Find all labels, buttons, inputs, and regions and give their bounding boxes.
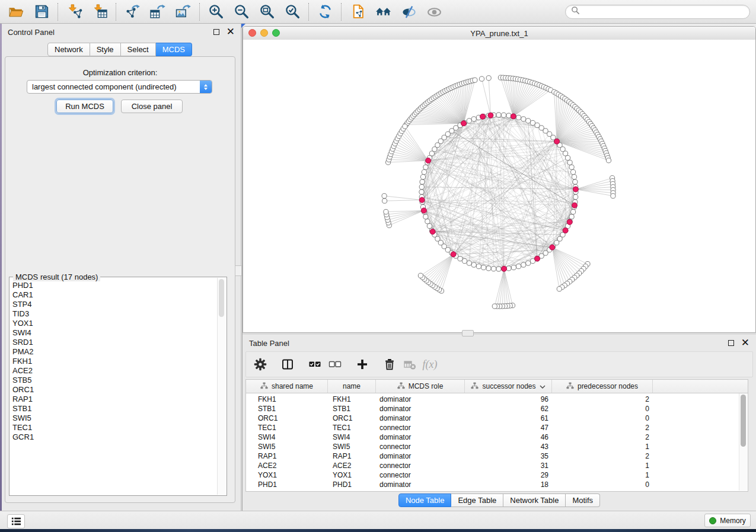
table-cell[interactable]: PHD1 (246, 480, 328, 489)
window-maximize-icon[interactable] (272, 29, 280, 37)
table-cell[interactable]: dominator (376, 405, 465, 413)
table-row[interactable]: SWI4SWI4dominator462 (246, 432, 748, 442)
table-cell[interactable]: 31 (465, 462, 552, 470)
memory-button[interactable]: Memory (704, 514, 751, 527)
mcds-result-item[interactable]: FKH1 (12, 357, 216, 366)
table-row[interactable]: YOX1YOX1connector291 (246, 470, 748, 480)
table-cell[interactable]: 1 (552, 462, 653, 470)
table-cell[interactable]: 47 (465, 424, 552, 432)
mcds-result-item[interactable]: STP4 (12, 300, 216, 309)
run-mcds-button[interactable]: Run MCDS (56, 100, 113, 113)
table-cell[interactable]: TEC1 (246, 424, 328, 432)
close-panel-button[interactable]: Close panel (121, 100, 183, 113)
window-close-icon[interactable] (248, 29, 256, 37)
mcds-result-item[interactable]: ORC1 (12, 385, 216, 395)
table-cell[interactable]: 62 (465, 405, 552, 413)
table-cell[interactable]: dominator (376, 395, 465, 403)
mcds-result-item[interactable]: GCR1 (12, 432, 216, 442)
zoom-in-icon[interactable] (206, 2, 226, 21)
tab-network[interactable]: Network (47, 43, 90, 56)
table-row[interactable]: FKH1FKH1dominator962 (246, 395, 748, 404)
tab-select[interactable]: Select (121, 43, 156, 56)
table-cell[interactable]: 61 (465, 414, 552, 422)
mcds-result-item[interactable]: SWI5 (12, 414, 216, 423)
criterion-select[interactable]: largest connected component (undirected) (27, 80, 212, 94)
search-box[interactable] (565, 5, 750, 19)
table-cell[interactable]: connector (376, 462, 465, 470)
table-cell[interactable]: dominator (376, 414, 465, 422)
refresh-view-icon[interactable] (315, 2, 335, 21)
table-cell[interactable]: 2 (552, 424, 653, 432)
column-header-name[interactable]: name (328, 380, 376, 393)
tab-network-table[interactable]: Network Table (503, 493, 566, 507)
table-cell[interactable]: STB1 (246, 405, 328, 413)
import-network-icon[interactable] (64, 2, 84, 21)
table-cell[interactable]: 43 (465, 443, 552, 451)
table-cell[interactable]: 0 (552, 405, 653, 413)
table-cell[interactable]: connector (376, 471, 465, 479)
table-cell[interactable]: dominator (376, 452, 465, 460)
float-table-panel-icon[interactable] (728, 340, 734, 346)
table-cell[interactable]: FKH1 (246, 395, 328, 403)
toggle-columns-icon[interactable] (280, 357, 295, 371)
table-cell[interactable]: ORC1 (328, 414, 376, 422)
table-row[interactable]: STB1STB1dominator620 (246, 404, 748, 414)
mcds-result-item[interactable]: SWI4 (12, 328, 216, 338)
mcds-result-item[interactable]: RAP1 (12, 395, 216, 404)
panel-selector-button[interactable] (7, 514, 25, 528)
mcds-result-item[interactable]: SRD1 (12, 338, 216, 347)
select-all-rows-icon[interactable] (308, 357, 322, 371)
tab-style[interactable]: Style (90, 43, 121, 56)
table-settings-icon[interactable] (253, 357, 267, 371)
table-cell[interactable]: 2 (552, 395, 653, 403)
add-entry-icon[interactable] (355, 357, 369, 371)
column-header-predecessor-nodes[interactable]: predecessor nodes (552, 380, 653, 393)
network-window-titlebar[interactable]: YPA_prune.txt_1 (243, 27, 755, 40)
close-panel-icon[interactable]: ✕ (227, 28, 235, 36)
mcds-result-item[interactable]: STB1 (12, 404, 216, 414)
zoom-selected-icon[interactable] (282, 2, 302, 21)
table-cell[interactable]: 1 (552, 443, 653, 451)
table-row[interactable]: RAP1RAP1dominator352 (246, 451, 748, 461)
mcds-result-item[interactable]: CAR1 (12, 290, 216, 300)
first-neighbors-icon[interactable] (373, 2, 393, 21)
table-cell[interactable]: 18 (465, 480, 552, 489)
hide-graphics-details-icon[interactable] (398, 2, 419, 21)
table-cell[interactable]: YOX1 (328, 471, 376, 479)
horizontal-splitter-grip[interactable] (462, 330, 474, 336)
zoom-fit-icon[interactable] (257, 2, 277, 21)
search-input[interactable] (583, 7, 744, 17)
table-cell[interactable]: YOX1 (246, 471, 328, 479)
table-cell[interactable]: 0 (552, 414, 653, 422)
table-row[interactable]: ACE2ACE2connector311 (246, 461, 748, 470)
mcds-result-item[interactable]: STB5 (12, 376, 216, 385)
network-from-file-icon[interactable] (347, 2, 368, 21)
mcds-result-item[interactable]: TID3 (12, 309, 216, 319)
save-session-icon[interactable] (31, 2, 52, 21)
export-network-icon[interactable] (122, 2, 142, 21)
table-cell[interactable]: dominator (376, 433, 465, 441)
table-cell[interactable]: 1 (552, 471, 653, 479)
export-image-icon[interactable] (173, 2, 193, 21)
table-cell[interactable]: ACE2 (246, 462, 328, 470)
table-cell[interactable]: STB1 (328, 405, 376, 413)
table-cell[interactable]: 46 (465, 433, 552, 441)
table-cell[interactable]: connector (376, 443, 465, 451)
open-file-icon[interactable] (6, 2, 26, 21)
table-row[interactable]: TEC1TEC1connector472 (246, 423, 748, 432)
export-table-icon[interactable] (148, 2, 168, 21)
float-panel-icon[interactable] (213, 29, 219, 35)
table-cell[interactable]: TEC1 (328, 424, 376, 432)
table-scrollbar[interactable] (739, 393, 747, 491)
delete-entry-icon[interactable] (382, 357, 397, 371)
deselect-all-rows-icon[interactable] (328, 357, 342, 371)
table-cell[interactable]: SWI5 (328, 443, 376, 451)
table-cell[interactable]: ACE2 (328, 462, 376, 470)
table-cell[interactable]: 0 (552, 480, 653, 489)
table-cell[interactable]: SWI4 (328, 433, 376, 441)
table-cell[interactable]: connector (376, 424, 465, 432)
network-graph[interactable] (243, 40, 755, 332)
table-cell[interactable]: FKH1 (328, 395, 376, 403)
table-cell[interactable]: SWI4 (246, 433, 328, 441)
table-cell[interactable]: RAP1 (246, 452, 328, 460)
